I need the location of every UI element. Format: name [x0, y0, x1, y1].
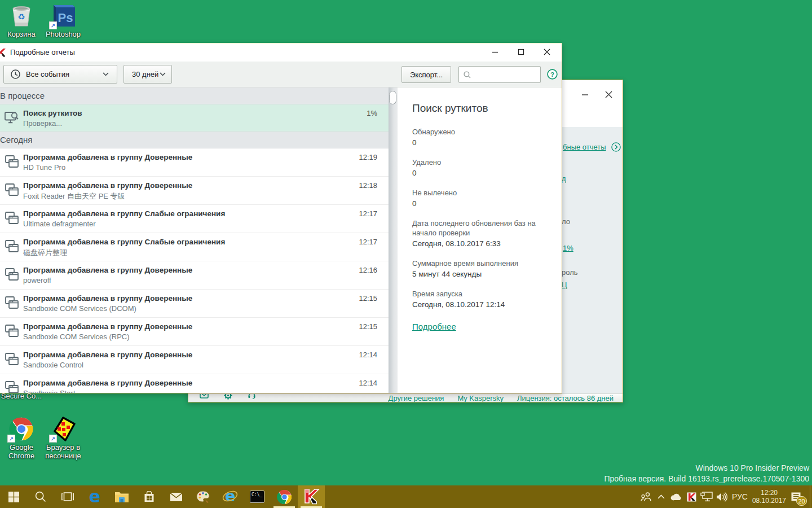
period-filter-dropdown[interactable]: 30 дней	[123, 65, 172, 84]
action-center-icon[interactable]: 20	[789, 485, 803, 508]
taskbar-store-button[interactable]	[135, 485, 162, 508]
minimize-button[interactable]	[486, 43, 505, 60]
application-windows-icon	[5, 324, 19, 339]
network-icon[interactable]	[700, 485, 714, 508]
application-windows-icon	[5, 380, 19, 393]
report-title: Программа добавлена в группу Доверенные	[23, 181, 192, 190]
volume-icon[interactable]	[715, 485, 729, 508]
language-indicator[interactable]: РУС	[730, 485, 749, 508]
progress-link-fragment[interactable]: 1%	[563, 244, 573, 252]
report-row[interactable]: Программа добавлена в группу Доверенные …	[0, 318, 389, 346]
report-title: Программа добавлена в группу Доверенные	[23, 294, 192, 303]
taskbar: e e	[0, 485, 812, 508]
taskbar-search-button[interactable]	[27, 485, 54, 508]
report-row[interactable]: Программа добавлена в группу Доверенные …	[0, 374, 389, 393]
field-value: Сегодня, 08.10.2017 6:33	[412, 239, 556, 248]
people-icon[interactable]	[639, 485, 653, 508]
taskbar-mail-button[interactable]	[162, 485, 189, 508]
field-label: Дата последнего обновления баз на начало…	[412, 218, 556, 238]
internet-explorer-icon: e	[222, 489, 238, 505]
hidden-icons-chevron[interactable]	[654, 485, 668, 508]
language-label: РУС	[732, 492, 748, 501]
scrollbar-thumb[interactable]	[389, 91, 396, 104]
photoshop-icon: Ps ↗	[51, 3, 76, 28]
desktop-icon-recycle-bin[interactable]: ♻ Корзина	[0, 3, 43, 38]
desktop-icon-label: GoogleChrome	[0, 443, 43, 460]
application-windows-icon	[5, 239, 19, 254]
report-row[interactable]: Программа добавлена в группу Доверенные …	[0, 290, 389, 318]
details-more-link[interactable]: Подробнее	[412, 322, 456, 331]
maximize-button[interactable]	[511, 43, 531, 60]
section-label: Сегодня	[0, 135, 33, 144]
desktop-icon-photoshop[interactable]: Ps ↗ Photoshop	[42, 3, 85, 38]
section-label: В процессе	[0, 91, 45, 100]
search-input[interactable]	[458, 66, 541, 83]
list-scrollbar[interactable]	[389, 87, 398, 393]
system-tray: РУС 12:20 08.10.2017 20	[638, 485, 812, 508]
dropdown-label: 30 дней	[132, 70, 158, 78]
field-value: 0	[412, 138, 556, 147]
report-time: 12:14	[359, 379, 377, 387]
svg-text:?: ?	[550, 71, 554, 78]
section-header-in-progress: В процессе	[0, 87, 389, 104]
section-header-today: Сегодня	[0, 132, 389, 148]
other-solutions-link[interactable]: Другие решения	[389, 394, 444, 402]
clock-icon	[11, 69, 20, 79]
taskbar-paint-button[interactable]	[189, 485, 217, 508]
close-button[interactable]	[537, 43, 557, 60]
taskbar-explorer-button[interactable]	[108, 485, 135, 508]
kaspersky-icon	[303, 488, 320, 505]
license-link[interactable]: Лицензия: осталось 86 дней	[517, 394, 614, 402]
export-button[interactable]: Экспорт...	[401, 66, 451, 83]
onedrive-icon[interactable]	[669, 485, 683, 508]
minimize-button[interactable]	[575, 86, 594, 103]
report-subtitle: 磁盘碎片整理	[23, 248, 67, 258]
application-windows-icon	[5, 211, 19, 226]
report-time: 12:17	[359, 238, 377, 246]
report-row-active[interactable]: Поиск руткитов Проверка... 1%	[0, 104, 389, 132]
settings-gear-icon[interactable]	[224, 393, 232, 400]
edge-icon: e	[89, 489, 100, 505]
desktop-icon-sandboxed-browser[interactable]: ↗ Браузер впесочнице	[42, 417, 85, 460]
report-row[interactable]: Программа добавлена в группу Доверенные …	[0, 261, 389, 290]
events-filter-dropdown[interactable]: Все события	[3, 65, 117, 84]
kaspersky-tray-icon[interactable]	[685, 485, 699, 508]
my-kaspersky-link[interactable]: My Kaspersky	[457, 394, 504, 402]
task-view-button[interactable]	[54, 485, 81, 508]
taskbar-ie-button[interactable]: e	[217, 485, 244, 508]
report-title: Программа добавлена в группу Слабые огра…	[23, 209, 225, 218]
detailed-reports-link[interactable]: бные отчеты	[563, 142, 621, 152]
link-fragment[interactable]: д	[562, 174, 566, 183]
svg-text:Ps: Ps	[58, 11, 73, 25]
taskbar-cmd-button[interactable]: C:\_	[244, 485, 271, 508]
link-fragment[interactable]: Ц	[562, 281, 567, 289]
support-headset-icon[interactable]	[248, 393, 256, 399]
tray-clock[interactable]: 12:20 08.10.2017	[752, 489, 786, 505]
taskbar-edge-button[interactable]: e	[81, 485, 108, 508]
desktop-icon-google-chrome[interactable]: ↗ GoogleChrome	[0, 417, 43, 460]
taskbar-kaspersky-button[interactable]	[298, 485, 325, 508]
report-row[interactable]: Программа добавлена в группу Доверенные …	[0, 346, 389, 374]
windows-watermark: Windows 10 Pro Insider Preview Пробная в…	[604, 463, 809, 484]
help-icon[interactable]: ?	[547, 69, 558, 80]
taskbar-chrome-button[interactable]	[271, 485, 298, 508]
close-button[interactable]	[599, 86, 618, 103]
text-fragment: роль	[562, 268, 578, 277]
start-button[interactable]	[0, 485, 27, 508]
report-title: Программа добавлена в группу Слабые огра…	[23, 238, 225, 246]
report-subtitle: Sandboxie COM Services (DCOM)	[23, 304, 136, 313]
report-subtitle: Sandboxie Control	[23, 361, 83, 369]
show-desktop-button[interactable]	[810, 485, 812, 508]
report-subtitle: HD Tune Pro	[23, 163, 65, 172]
report-row[interactable]: Программа добавлена в группу Доверенные …	[0, 148, 389, 177]
tray-time: 12:20	[752, 489, 786, 497]
mail-icon	[170, 492, 183, 502]
field-value: 5 минут 44 секунды	[412, 270, 556, 278]
report-row[interactable]: Программа добавлена в группу Слабые огра…	[0, 205, 389, 233]
report-row[interactable]: Программа добавлена в группу Доверенные …	[0, 177, 389, 205]
tray-date: 08.10.2017	[752, 497, 786, 505]
main-window-footer: Другие решения My Kaspersky Лицензия: ос…	[188, 393, 623, 402]
watermark-line2: Пробная версия. Build 16193.rs_prereleas…	[604, 474, 809, 484]
messages-icon[interactable]	[200, 393, 209, 399]
report-row[interactable]: Программа добавлена в группу Слабые огра…	[0, 233, 389, 261]
